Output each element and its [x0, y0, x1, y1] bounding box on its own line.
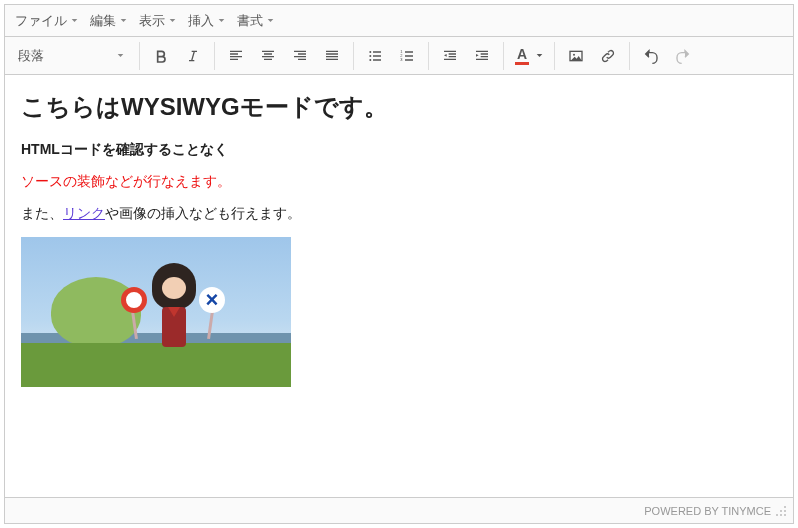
chevron-down-icon — [218, 17, 225, 24]
menu-file-label: ファイル — [15, 12, 67, 30]
content-subheading: HTMLコードを確認することなく — [21, 141, 777, 159]
align-justify-icon — [324, 48, 340, 64]
content-heading: こちらはWYSIWYGモードです。 — [21, 91, 777, 123]
editor-container: ファイル 編集 表示 挿入 書式 段落 — [4, 4, 794, 524]
separator — [554, 42, 555, 70]
chevron-down-icon — [120, 17, 127, 24]
separator — [629, 42, 630, 70]
powered-by-label[interactable]: POWERED BY TINYMCE — [644, 505, 771, 517]
menubar: ファイル 編集 表示 挿入 書式 — [5, 5, 793, 37]
block-format-label: 段落 — [18, 47, 44, 65]
svg-point-11 — [776, 514, 778, 516]
svg-point-0 — [369, 51, 371, 53]
menu-format-label: 書式 — [237, 12, 263, 30]
indent-icon — [474, 48, 490, 64]
image-icon — [568, 48, 584, 64]
insert-image-button[interactable] — [561, 41, 591, 71]
undo-button[interactable] — [636, 41, 666, 71]
bullet-list-button[interactable] — [360, 41, 390, 71]
svg-point-13 — [784, 514, 786, 516]
chevron-down-icon — [536, 52, 543, 59]
bullet-list-icon — [367, 48, 383, 64]
editor-content[interactable]: こちらはWYSIWYGモードです。 HTMLコードを確認することなく ソースの装… — [5, 75, 793, 497]
chevron-down-icon — [71, 17, 78, 24]
menu-insert[interactable]: 挿入 — [182, 8, 231, 34]
text-color-icon: A — [515, 47, 529, 65]
separator — [503, 42, 504, 70]
undo-icon — [643, 48, 659, 64]
chevron-down-icon — [169, 17, 176, 24]
svg-point-9 — [780, 510, 782, 512]
separator — [428, 42, 429, 70]
menu-view[interactable]: 表示 — [133, 8, 182, 34]
separator — [214, 42, 215, 70]
outdent-button[interactable] — [435, 41, 465, 71]
italic-icon — [185, 48, 201, 64]
outdent-icon — [442, 48, 458, 64]
align-justify-button[interactable] — [317, 41, 347, 71]
align-left-icon — [228, 48, 244, 64]
bold-button[interactable] — [146, 41, 176, 71]
chevron-down-icon — [117, 52, 124, 59]
svg-point-7 — [573, 53, 575, 55]
toolbar: 段落 123 — [5, 37, 793, 75]
content-link[interactable]: リンク — [63, 205, 105, 221]
svg-point-1 — [369, 55, 371, 57]
menu-edit-label: 編集 — [90, 12, 116, 30]
align-left-button[interactable] — [221, 41, 251, 71]
menu-file[interactable]: ファイル — [9, 8, 84, 34]
align-right-button[interactable] — [285, 41, 315, 71]
align-center-icon — [260, 48, 276, 64]
menu-format[interactable]: 書式 — [231, 8, 280, 34]
content-image[interactable]: × — [21, 237, 291, 387]
italic-button[interactable] — [178, 41, 208, 71]
svg-point-2 — [369, 59, 371, 61]
text-color-button[interactable]: A — [510, 41, 548, 71]
insert-link-button[interactable] — [593, 41, 623, 71]
link-icon — [600, 48, 616, 64]
separator — [139, 42, 140, 70]
resize-handle-icon[interactable] — [775, 505, 787, 517]
align-right-icon — [292, 48, 308, 64]
redo-icon — [675, 48, 691, 64]
content-red-line: ソースの装飾などが行なえます。 — [21, 173, 777, 191]
numbered-list-icon: 123 — [399, 48, 415, 64]
menu-insert-label: 挿入 — [188, 12, 214, 30]
numbered-list-button[interactable]: 123 — [392, 41, 422, 71]
redo-button[interactable] — [668, 41, 698, 71]
svg-point-10 — [784, 510, 786, 512]
menu-view-label: 表示 — [139, 12, 165, 30]
align-center-button[interactable] — [253, 41, 283, 71]
chevron-down-icon — [267, 17, 274, 24]
statusbar: POWERED BY TINYMCE — [5, 497, 793, 523]
block-format-select[interactable]: 段落 — [9, 42, 133, 70]
svg-point-12 — [780, 514, 782, 516]
menu-edit[interactable]: 編集 — [84, 8, 133, 34]
indent-button[interactable] — [467, 41, 497, 71]
content-paragraph-link: また、リンクや画像の挿入なども行えます。 — [21, 205, 777, 223]
svg-text:3: 3 — [400, 57, 403, 62]
separator — [353, 42, 354, 70]
bold-icon — [153, 48, 169, 64]
svg-point-8 — [784, 506, 786, 508]
